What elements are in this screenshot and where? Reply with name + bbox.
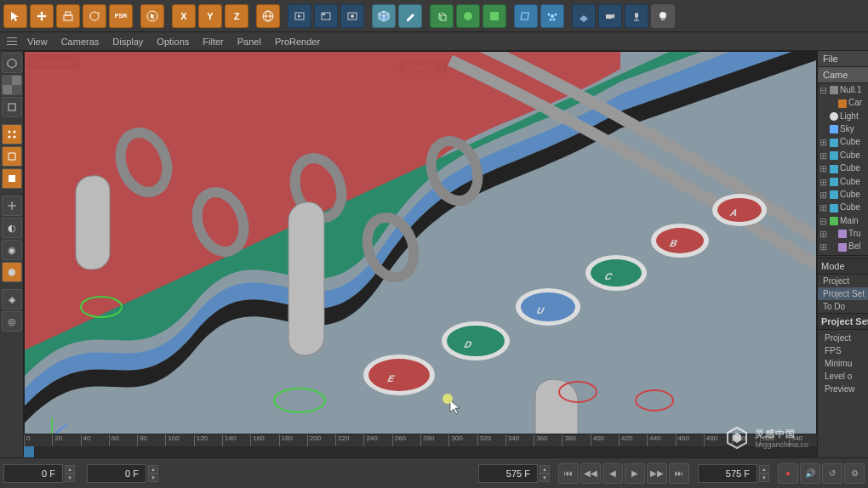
keyframe-button[interactable]: ↺ [822,463,842,484]
menu-filter[interactable]: Filter [196,35,230,48]
object-item[interactable]: ⊟Main [818,214,868,227]
settings-row[interactable]: Preview [821,383,865,395]
render-picture[interactable] [314,4,338,28]
object-item[interactable]: ⊞Tru [818,227,868,240]
object-item[interactable]: ⊞Cube [818,201,868,213]
object-item[interactable]: Sky [818,122,868,135]
object-manager-list: ⊟Null.1CarLightSky⊞Cube⊞Cube⊞Cube⊞Cube⊞C… [818,83,868,253]
play-forward-button[interactable]: ▶ [625,463,645,484]
locked-workplane[interactable]: ⬢ [2,262,22,282]
svg-rect-42 [76,175,110,270]
live-select-tool[interactable] [140,4,164,28]
timeline-tick: 220 [335,434,349,446]
menu-view[interactable]: View [20,35,54,48]
current-frame-spinner[interactable]: ▲▼ [148,465,158,482]
animation-settings-button[interactable]: ⚙ [844,463,865,484]
range-start-field[interactable] [3,464,63,483]
camera-object[interactable] [598,4,622,28]
x-axis-toggle[interactable]: X [172,4,196,28]
attr-mode-item[interactable]: Project Set [818,287,868,300]
attr-mode-item[interactable]: To Do [818,300,868,313]
render-settings[interactable] [340,4,364,28]
goto-end-button[interactable]: ⏭ [669,463,689,484]
range-start-spinner[interactable]: ▲▼ [65,465,75,482]
play-back-button[interactable]: ◀ [602,463,623,484]
world-toggle[interactable] [256,4,280,28]
step-back-button[interactable]: ◀◀ [580,463,601,484]
rotate-tool[interactable] [83,4,106,28]
bend-deformer[interactable] [514,4,538,28]
timeline-tick: 500 [732,434,745,446]
svg-point-27 [660,12,666,19]
edge-mode[interactable] [2,146,22,167]
floor-object[interactable] [572,4,596,28]
soft-select[interactable]: ◎ [2,311,22,332]
object-item[interactable]: Light [818,110,868,122]
timeline-playhead[interactable] [24,446,34,458]
object-item[interactable]: ⊞Cube [818,149,868,162]
xray[interactable]: ◈ [2,289,22,309]
timeline-ruler[interactable]: 0204060801001201401601802002202402602803… [24,434,817,446]
object-item[interactable]: ⊟Null.1 [818,83,868,96]
bottom-bar: ▲▼ ▲▼ ▲▼ ⏮ ◀◀ ◀ ▶ ▶▶ ⏭ ▲▼ ● 🔊 ↺ ⚙ [0,457,868,488]
workplane-mode[interactable] [2,97,22,117]
scale-tool[interactable] [56,4,80,28]
object-item[interactable]: ⊞Cube [818,135,868,148]
svg-point-2 [90,12,99,20]
bulb-object[interactable] [651,4,675,28]
timeline-tick: 140 [222,434,236,446]
cloner-mograph[interactable] [540,4,564,28]
light-object[interactable] [625,4,648,28]
select-tool[interactable] [3,4,27,28]
y-axis-toggle[interactable]: Y [198,4,222,28]
polygon-mode[interactable] [2,168,22,189]
current-frame-field[interactable] [87,464,146,483]
viewport-solo[interactable]: ◐ [2,218,22,238]
step-forward-button[interactable]: ▶▶ [647,463,667,484]
tab-camera[interactable]: Came [818,67,868,83]
object-item[interactable]: ⊞Cube [818,188,868,201]
settings-row[interactable]: Level o [821,370,865,383]
goto-start-button[interactable]: ⏮ [558,463,579,484]
render-view[interactable] [288,4,311,28]
menu-options[interactable]: Options [150,35,196,48]
object-item[interactable]: ⊞Cube [818,175,868,188]
attr-mode-item[interactable]: Project [818,275,868,287]
subdiv-generator[interactable] [456,4,480,28]
timeline-track[interactable] [24,446,817,458]
instance-generator[interactable] [483,4,506,28]
timeline-tick: 460 [676,434,689,446]
svg-point-49 [636,390,673,411]
cube-primitive[interactable] [372,4,396,28]
viewport-3d[interactable]: Isometric Camera [24,51,817,457]
range-end2-spinner[interactable]: ▲▼ [759,465,769,482]
menu-display[interactable]: Display [106,35,150,48]
object-item[interactable]: ⊞Bel [818,240,868,253]
viewport-config-icon[interactable] [3,35,20,48]
settings-row[interactable]: Project [821,332,865,344]
tab-file[interactable]: File [818,51,868,67]
range-end-field[interactable] [478,464,538,483]
psr-tool[interactable]: PSR [109,4,133,28]
settings-row[interactable]: Minimu [821,357,865,370]
range-end-spinner[interactable]: ▲▼ [540,465,550,482]
enable-axis[interactable] [2,196,22,216]
z-axis-toggle[interactable]: Z [225,4,248,28]
array-generator[interactable] [430,4,454,28]
menu-cameras[interactable]: Cameras [54,35,106,48]
model-mode[interactable] [2,53,22,73]
point-mode[interactable] [2,124,22,145]
enable-snap[interactable]: ◉ [2,240,22,260]
record-button[interactable]: ● [778,463,798,484]
spline-pen[interactable] [398,4,422,28]
texture-mode[interactable] [2,75,22,95]
object-item[interactable]: Car [818,96,868,109]
menu-panel[interactable]: Panel [231,35,268,48]
settings-row[interactable]: FPS [821,344,865,357]
menu-prorender[interactable]: ProRender [268,35,327,48]
range-end2-field[interactable] [698,464,757,483]
move-tool[interactable] [30,4,54,28]
svg-point-66 [717,198,762,222]
autokey-button[interactable]: 🔊 [800,463,820,484]
object-item[interactable]: ⊞Cube [818,162,868,174]
